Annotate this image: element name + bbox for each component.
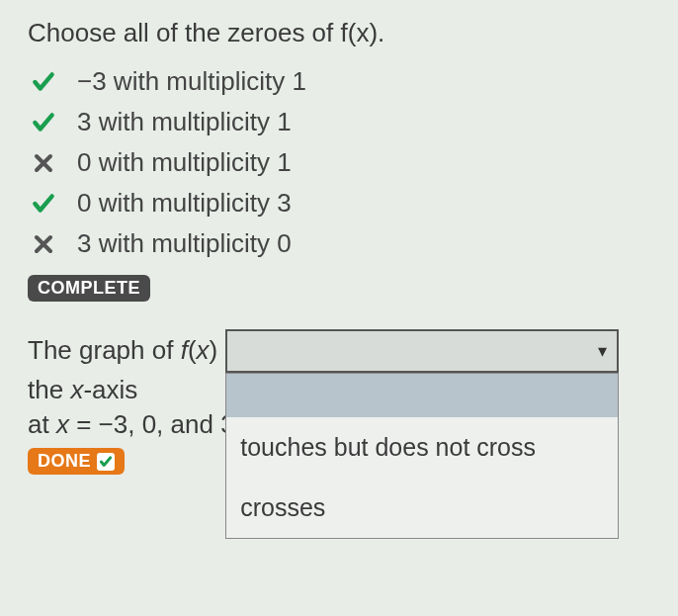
graph-prefix-text: The graph of f(x) xyxy=(28,333,217,368)
option-row: 3 with multiplicity 1 xyxy=(28,107,650,137)
check-icon xyxy=(97,453,115,471)
option-label: −3 with multiplicity 1 xyxy=(77,66,306,97)
dropdown-selected[interactable]: ▾ xyxy=(225,329,619,373)
option-row: −3 with multiplicity 1 xyxy=(28,66,650,97)
option-row: 3 with multiplicity 0 xyxy=(28,228,650,259)
option-row: 0 with multiplicity 1 xyxy=(28,147,650,178)
dropdown-list: touches but does not cross crosses xyxy=(225,373,619,539)
x-icon xyxy=(28,151,59,175)
option-label: 3 with multiplicity 1 xyxy=(77,107,292,137)
option-row: 0 with multiplicity 3 xyxy=(28,188,650,219)
option-label: 0 with multiplicity 1 xyxy=(77,147,292,178)
check-icon xyxy=(28,69,59,95)
chevron-down-icon: ▾ xyxy=(598,340,607,362)
dropdown-option[interactable]: touches but does not cross xyxy=(226,417,618,478)
option-label: 0 with multiplicity 3 xyxy=(77,188,292,219)
done-badge[interactable]: DONE xyxy=(28,448,125,475)
dropdown[interactable]: ▾ touches but does not cross crosses xyxy=(225,329,619,373)
dropdown-option-blank[interactable] xyxy=(226,374,618,417)
question-text: Choose all of the zeroes of f(x). xyxy=(28,18,650,48)
graph-section: The graph of f(x) ▾ touches but does not… xyxy=(28,329,650,475)
complete-badge: COMPLETE xyxy=(28,275,150,302)
options-list: −3 with multiplicity 1 3 with multiplici… xyxy=(28,66,650,259)
check-icon xyxy=(28,191,59,217)
dropdown-option[interactable]: crosses xyxy=(226,478,618,538)
done-badge-label: DONE xyxy=(38,451,91,472)
option-label: 3 with multiplicity 0 xyxy=(77,228,292,259)
x-icon xyxy=(28,232,59,256)
check-icon xyxy=(28,110,59,135)
